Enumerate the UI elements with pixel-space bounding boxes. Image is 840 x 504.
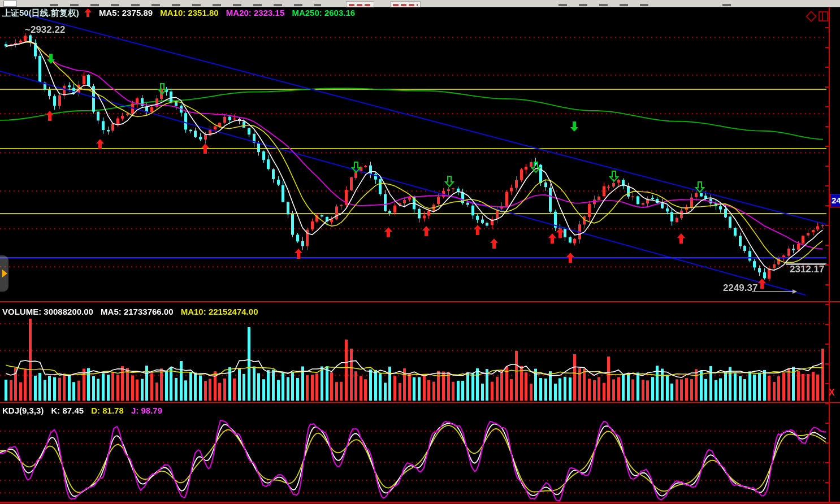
support-price-label: 2312.17 — [790, 264, 824, 274]
top-toolbar[interactable] — [0, 0, 840, 7]
kdj-j-readout: J: 98.79 — [131, 406, 162, 415]
toolbar-button-red-1[interactable] — [346, 1, 374, 7]
toolbar-text-stub — [558, 4, 656, 6]
volume-ma5-readout: MA5: 21733766.00 — [101, 307, 173, 316]
signal-up-arrow-icon — [84, 8, 92, 18]
kdj-d-readout: D: 81.78 — [91, 406, 124, 415]
main-chart-header: 上证50(日线.前复权) MA5: 2375.89 MA10: 2351.80 … — [2, 8, 360, 17]
toolbar-field[interactable] — [3, 1, 17, 7]
tdx-trading-terminal: 上证50(日线.前复权) MA5: 2375.89 MA10: 2351.80 … — [0, 0, 840, 504]
left-panel-expander[interactable] — [0, 255, 8, 292]
toolbar-text-stub — [50, 4, 321, 6]
kdj-k-readout: K: 87.45 — [51, 406, 84, 415]
price-axis-badge: 24 — [830, 194, 840, 207]
ma20-readout: MA20: 2323.15 — [226, 8, 284, 18]
toolbar-button-red-2[interactable] — [390, 1, 421, 7]
ma5-readout: MA5: 2375.89 — [99, 8, 153, 18]
ma250-readout: MA250: 2603.16 — [292, 8, 355, 18]
panel-close-x[interactable]: X — [829, 388, 835, 397]
kdj-header: KDJ(9,3,3) K: 87.45 D: 81.78 J: 98.79 — [2, 406, 167, 415]
peak-price-label: ~2932.22 — [25, 25, 65, 34]
volume-header: VOLUME: 30088200.00 MA5: 21733766.00 MA1… — [2, 307, 263, 316]
instrument-title: 上证50(日线.前复权) — [2, 8, 79, 18]
chart-area[interactable] — [0, 0, 840, 504]
ma10-readout: MA10: 2351.80 — [160, 8, 218, 18]
swing-low-price-label: 2249.37 — [723, 283, 757, 293]
kdj-title: KDJ(9,3,3) — [2, 406, 44, 415]
volume-ma10-readout: MA10: 22152474.00 — [181, 307, 258, 316]
expander-arrow-icon — [2, 270, 7, 277]
split-window-icon[interactable] — [819, 11, 828, 21]
volume-readout: VOLUME: 30088200.00 — [2, 307, 93, 316]
toolbar-text-stub — [722, 4, 735, 6]
